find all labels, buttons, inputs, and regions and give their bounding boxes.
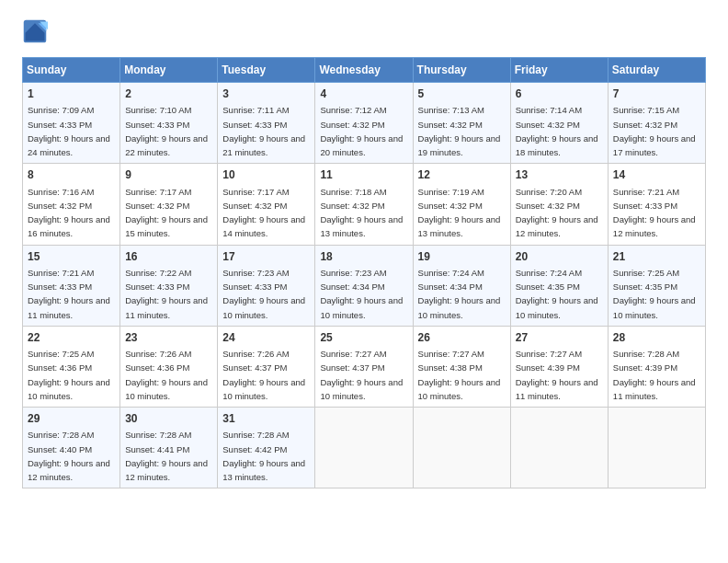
calendar-cell: 2Sunrise: 7:10 AMSunset: 4:33 PMDaylight… [120, 83, 218, 164]
day-number: 2 [125, 86, 212, 102]
day-info: Sunrise: 7:11 AMSunset: 4:33 PMDaylight:… [222, 105, 305, 157]
calendar-cell: 29Sunrise: 7:28 AMSunset: 4:40 PMDayligh… [23, 408, 120, 488]
calendar-cell: 31Sunrise: 7:28 AMSunset: 4:42 PMDayligh… [218, 408, 315, 488]
calendar-cell [510, 408, 608, 488]
calendar-cell: 18Sunrise: 7:23 AMSunset: 4:34 PMDayligh… [315, 245, 413, 326]
calendar-cell: 30Sunrise: 7:28 AMSunset: 4:41 PMDayligh… [120, 408, 218, 488]
calendar-cell: 25Sunrise: 7:27 AMSunset: 4:37 PMDayligh… [315, 326, 413, 407]
day-info: Sunrise: 7:23 AMSunset: 4:33 PMDaylight:… [222, 268, 305, 320]
day-info: Sunrise: 7:25 AMSunset: 4:35 PMDaylight:… [613, 268, 696, 320]
day-info: Sunrise: 7:26 AMSunset: 4:36 PMDaylight:… [125, 349, 208, 401]
calendar-week-row: 1Sunrise: 7:09 AMSunset: 4:33 PMDaylight… [23, 83, 706, 164]
day-info: Sunrise: 7:28 AMSunset: 4:42 PMDaylight:… [222, 430, 305, 482]
day-info: Sunrise: 7:19 AMSunset: 4:32 PMDaylight:… [418, 187, 501, 239]
day-number: 30 [125, 411, 212, 427]
calendar-cell: 14Sunrise: 7:21 AMSunset: 4:33 PMDayligh… [608, 164, 705, 245]
day-number: 17 [222, 249, 310, 265]
day-number: 3 [222, 86, 310, 102]
day-number: 8 [28, 167, 115, 183]
calendar-week-row: 29Sunrise: 7:28 AMSunset: 4:40 PMDayligh… [23, 408, 706, 488]
day-number: 12 [418, 167, 506, 183]
day-info: Sunrise: 7:23 AMSunset: 4:34 PMDaylight:… [320, 268, 403, 320]
day-number: 21 [613, 249, 700, 265]
day-number: 4 [320, 86, 407, 102]
day-number: 10 [222, 167, 310, 183]
header-cell-sunday: Sunday [23, 58, 120, 83]
day-info: Sunrise: 7:22 AMSunset: 4:33 PMDaylight:… [125, 268, 208, 320]
day-info: Sunrise: 7:10 AMSunset: 4:33 PMDaylight:… [125, 105, 208, 157]
day-info: Sunrise: 7:27 AMSunset: 4:37 PMDaylight:… [320, 349, 403, 401]
calendar-cell: 27Sunrise: 7:27 AMSunset: 4:39 PMDayligh… [510, 326, 608, 407]
calendar-cell: 15Sunrise: 7:21 AMSunset: 4:33 PMDayligh… [23, 245, 120, 326]
day-number: 18 [320, 249, 407, 265]
header-cell-saturday: Saturday [608, 58, 705, 83]
day-info: Sunrise: 7:20 AMSunset: 4:32 PMDaylight:… [516, 187, 598, 239]
calendar-cell: 10Sunrise: 7:17 AMSunset: 4:32 PMDayligh… [218, 164, 315, 245]
day-info: Sunrise: 7:28 AMSunset: 4:40 PMDaylight:… [28, 430, 110, 482]
calendar-cell: 26Sunrise: 7:27 AMSunset: 4:38 PMDayligh… [413, 326, 510, 407]
header-cell-tuesday: Tuesday [218, 58, 315, 83]
day-info: Sunrise: 7:09 AMSunset: 4:33 PMDaylight:… [28, 105, 110, 157]
calendar-cell: 4Sunrise: 7:12 AMSunset: 4:32 PMDaylight… [315, 83, 413, 164]
calendar-cell: 9Sunrise: 7:17 AMSunset: 4:32 PMDaylight… [120, 164, 218, 245]
day-info: Sunrise: 7:17 AMSunset: 4:32 PMDaylight:… [222, 187, 305, 239]
calendar-cell: 17Sunrise: 7:23 AMSunset: 4:33 PMDayligh… [218, 245, 315, 326]
calendar-cell: 11Sunrise: 7:18 AMSunset: 4:32 PMDayligh… [315, 164, 413, 245]
calendar-week-row: 22Sunrise: 7:25 AMSunset: 4:36 PMDayligh… [23, 326, 706, 407]
day-info: Sunrise: 7:26 AMSunset: 4:37 PMDaylight:… [222, 349, 305, 401]
calendar-cell: 6Sunrise: 7:14 AMSunset: 4:32 PMDaylight… [510, 83, 608, 164]
day-number: 13 [516, 167, 603, 183]
day-number: 24 [222, 330, 310, 346]
day-number: 23 [125, 330, 212, 346]
header [22, 18, 706, 48]
day-number: 19 [418, 249, 506, 265]
header-cell-friday: Friday [510, 58, 608, 83]
day-number: 29 [28, 411, 115, 427]
day-number: 15 [28, 249, 115, 265]
calendar-cell: 28Sunrise: 7:28 AMSunset: 4:39 PMDayligh… [608, 326, 705, 407]
day-number: 16 [125, 249, 212, 265]
day-number: 26 [418, 330, 506, 346]
calendar-table: SundayMondayTuesdayWednesdayThursdayFrid… [22, 57, 706, 488]
calendar-cell: 7Sunrise: 7:15 AMSunset: 4:32 PMDaylight… [608, 83, 705, 164]
day-number: 20 [516, 249, 603, 265]
calendar-cell: 3Sunrise: 7:11 AMSunset: 4:33 PMDaylight… [218, 83, 315, 164]
calendar-cell: 16Sunrise: 7:22 AMSunset: 4:33 PMDayligh… [120, 245, 218, 326]
calendar-cell: 21Sunrise: 7:25 AMSunset: 4:35 PMDayligh… [608, 245, 705, 326]
day-info: Sunrise: 7:28 AMSunset: 4:41 PMDaylight:… [125, 430, 208, 482]
calendar-cell: 23Sunrise: 7:26 AMSunset: 4:36 PMDayligh… [120, 326, 218, 407]
day-info: Sunrise: 7:24 AMSunset: 4:35 PMDaylight:… [516, 268, 598, 320]
calendar-header-row: SundayMondayTuesdayWednesdayThursdayFrid… [23, 58, 706, 83]
day-info: Sunrise: 7:25 AMSunset: 4:36 PMDaylight:… [28, 349, 110, 401]
calendar-week-row: 8Sunrise: 7:16 AMSunset: 4:32 PMDaylight… [23, 164, 706, 245]
day-number: 6 [516, 86, 603, 102]
day-info: Sunrise: 7:15 AMSunset: 4:32 PMDaylight:… [613, 105, 696, 157]
day-info: Sunrise: 7:17 AMSunset: 4:32 PMDaylight:… [125, 187, 208, 239]
calendar-cell: 8Sunrise: 7:16 AMSunset: 4:32 PMDaylight… [23, 164, 120, 245]
calendar-cell: 5Sunrise: 7:13 AMSunset: 4:32 PMDaylight… [413, 83, 510, 164]
day-number: 14 [613, 167, 700, 183]
day-number: 28 [613, 330, 700, 346]
day-info: Sunrise: 7:28 AMSunset: 4:39 PMDaylight:… [613, 349, 696, 401]
header-cell-thursday: Thursday [413, 58, 510, 83]
calendar-cell [413, 408, 510, 488]
day-info: Sunrise: 7:21 AMSunset: 4:33 PMDaylight:… [28, 268, 110, 320]
header-cell-wednesday: Wednesday [315, 58, 413, 83]
calendar-cell: 1Sunrise: 7:09 AMSunset: 4:33 PMDaylight… [23, 83, 120, 164]
day-number: 9 [125, 167, 212, 183]
day-number: 5 [418, 86, 506, 102]
calendar-cell: 20Sunrise: 7:24 AMSunset: 4:35 PMDayligh… [510, 245, 608, 326]
day-info: Sunrise: 7:18 AMSunset: 4:32 PMDaylight:… [320, 187, 403, 239]
day-info: Sunrise: 7:21 AMSunset: 4:33 PMDaylight:… [613, 187, 696, 239]
day-number: 22 [28, 330, 115, 346]
calendar-cell [315, 408, 413, 488]
calendar-week-row: 15Sunrise: 7:21 AMSunset: 4:33 PMDayligh… [23, 245, 706, 326]
calendar-cell: 19Sunrise: 7:24 AMSunset: 4:34 PMDayligh… [413, 245, 510, 326]
day-number: 7 [613, 86, 700, 102]
day-info: Sunrise: 7:24 AMSunset: 4:34 PMDaylight:… [418, 268, 501, 320]
day-number: 27 [516, 330, 603, 346]
day-number: 25 [320, 330, 407, 346]
day-number: 31 [222, 411, 310, 427]
day-info: Sunrise: 7:27 AMSunset: 4:39 PMDaylight:… [516, 349, 598, 401]
day-info: Sunrise: 7:27 AMSunset: 4:38 PMDaylight:… [418, 349, 501, 401]
